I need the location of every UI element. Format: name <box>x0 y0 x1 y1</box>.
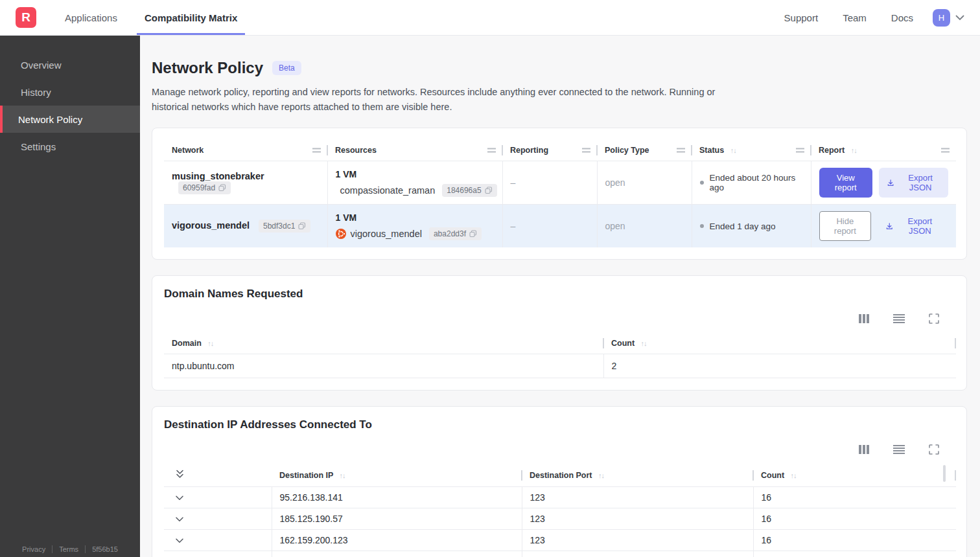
sort-icon[interactable]: ↑↓ <box>340 472 345 479</box>
column-header-resources: Resources <box>327 140 502 161</box>
tab-compatibility-matrix[interactable]: Compatibility Matrix <box>137 0 245 35</box>
sidebar-item-history[interactable]: History <box>0 78 140 106</box>
app-logo[interactable]: R <box>16 7 36 28</box>
resource-hash-badge[interactable]: aba2dd3f <box>429 227 482 240</box>
column-header-status: Status ↑↓ <box>692 140 811 161</box>
networks-table: Network Resources Reporting Policy <box>164 140 956 247</box>
sidebar: Overview History Network Policy Settings… <box>0 36 140 557</box>
hide-report-button[interactable]: Hide report <box>819 211 872 241</box>
fullscreen-icon[interactable] <box>929 313 939 324</box>
beta-badge: Beta <box>272 61 301 75</box>
destination-port-value: 123 <box>522 487 753 508</box>
destinations-card: Destination IP Addresses Connected To <box>152 406 967 557</box>
user-menu[interactable]: H <box>933 0 964 35</box>
sort-icon[interactable]: ↑↓ <box>598 472 604 479</box>
list-view-icon[interactable] <box>893 314 905 323</box>
sidebar-item-settings[interactable]: Settings <box>0 133 140 160</box>
page-description: Manage network policy, reporting and vie… <box>152 85 722 115</box>
export-json-button[interactable]: Export JSON <box>879 168 948 198</box>
column-header-count: Count ↑↓ <box>603 333 956 354</box>
copy-icon[interactable] <box>469 230 477 238</box>
column-resize-handle[interactable] <box>677 148 685 153</box>
chevron-down-icon[interactable] <box>176 538 183 543</box>
expand-all-header <box>164 464 272 487</box>
footer-divider <box>52 545 52 553</box>
resource-name[interactable]: compassionate_raman <box>340 185 436 196</box>
view-report-button[interactable]: View report <box>819 168 872 198</box>
status-text: Ended about 20 hours ago <box>710 173 803 192</box>
network-hash-badge[interactable]: 5bdf3dc1 <box>259 220 310 233</box>
reporting-value: – <box>502 205 597 248</box>
columns-view-icon[interactable] <box>859 445 869 454</box>
destination-port-value: 123 <box>522 508 753 530</box>
sidebar-item-overview[interactable]: Overview <box>0 51 140 78</box>
download-icon <box>885 222 894 231</box>
nav-link-team[interactable]: Team <box>843 0 867 35</box>
column-resize-handle[interactable] <box>487 148 496 153</box>
destination-ip-value: 95.216.138.141 <box>272 487 522 508</box>
privacy-link[interactable]: Privacy <box>22 545 45 553</box>
count-value: 2 <box>603 354 956 378</box>
network-row[interactable]: musing_stonebraker 60959fad 1 VM <box>164 161 956 205</box>
networks-card: Network Resources Reporting Policy <box>152 128 967 260</box>
resources-summary: 1 VM <box>336 212 495 223</box>
column-header-reporting: Reporting <box>502 140 597 161</box>
policy-type-value: open <box>597 205 692 248</box>
destination-row[interactable]: 95.216.138.141 123 16 <box>164 487 956 508</box>
tab-applications[interactable]: Applications <box>57 0 125 35</box>
ubuntu-icon <box>336 229 346 239</box>
sort-icon[interactable]: ↑↓ <box>641 339 647 347</box>
column-header-destination-port: Destination Port ↑↓ <box>522 464 753 487</box>
count-value: 16 <box>753 551 956 557</box>
terms-link[interactable]: Terms <box>59 545 78 553</box>
destination-row[interactable]: 185.125.190.58 123 16 <box>164 551 956 557</box>
footer-divider <box>85 545 86 553</box>
destination-row[interactable]: 185.125.190.57 123 16 <box>164 508 956 530</box>
column-resize-handle[interactable] <box>582 148 590 153</box>
copy-icon[interactable] <box>218 184 226 192</box>
sidebar-footer: Privacy Terms 5f56b15 <box>0 545 140 553</box>
sort-icon[interactable]: ↑↓ <box>730 146 736 154</box>
count-value: 16 <box>753 530 956 551</box>
sort-icon[interactable]: ↑↓ <box>851 146 857 154</box>
list-view-icon[interactable] <box>893 445 905 454</box>
chevron-down-icon[interactable] <box>176 517 183 522</box>
sort-icon[interactable]: ↑↓ <box>207 339 213 347</box>
double-chevron-down-icon[interactable] <box>176 470 184 479</box>
export-json-button[interactable]: Export JSON <box>878 211 948 241</box>
network-hash-badge[interactable]: 60959fad <box>178 181 231 194</box>
nav-link-support[interactable]: Support <box>784 0 819 35</box>
network-row-selected[interactable]: vigorous_mendel 5bdf3dc1 1 VM <box>164 205 956 248</box>
domain-row[interactable]: ntp.ubuntu.com 2 <box>164 354 956 378</box>
destination-ip-value: 185.125.190.57 <box>272 508 522 530</box>
destination-ip-value: 162.159.200.123 <box>272 530 522 551</box>
main-content: Network Policy Beta Manage network polic… <box>140 36 980 557</box>
column-header-count: Count ↑↓ <box>753 464 956 487</box>
copy-icon[interactable] <box>298 222 306 230</box>
nav-link-docs[interactable]: Docs <box>891 0 913 35</box>
status-dot <box>700 181 704 185</box>
column-header-policy-type: Policy Type <box>597 140 692 161</box>
network-name: musing_stonebraker <box>172 171 264 181</box>
sidebar-item-network-policy[interactable]: Network Policy <box>0 106 140 133</box>
domains-card-title: Domain Names Requested <box>164 288 955 301</box>
copy-icon[interactable] <box>485 187 493 194</box>
sort-icon[interactable]: ↑↓ <box>791 472 797 479</box>
download-icon <box>887 178 894 188</box>
resource-hash-badge[interactable]: 184696a5 <box>442 184 496 197</box>
navbar-spacer <box>257 0 759 35</box>
fullscreen-icon[interactable] <box>929 444 939 455</box>
policy-type-value: open <box>597 161 692 205</box>
column-resize-handle[interactable] <box>941 148 950 153</box>
column-resize-handle[interactable] <box>796 148 804 153</box>
destination-row[interactable]: 162.159.200.123 123 16 <box>164 530 956 551</box>
columns-view-icon[interactable] <box>859 314 869 323</box>
reporting-value: – <box>502 161 597 205</box>
domains-header-row: Domain ↑↓ Count ↑↓ <box>164 333 956 354</box>
column-header-network: Network <box>164 140 327 161</box>
column-resize-handle[interactable] <box>312 148 321 153</box>
avatar[interactable]: H <box>933 9 950 27</box>
domains-card: Domain Names Requested Domain ↑↓ <box>152 275 967 391</box>
chevron-down-icon[interactable] <box>176 495 183 501</box>
resource-name[interactable]: vigorous_mendel <box>351 229 422 239</box>
